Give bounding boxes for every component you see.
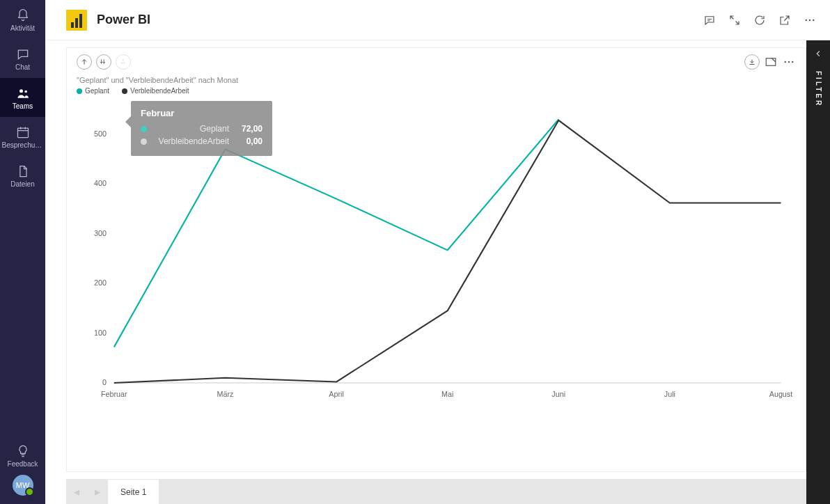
- legend-label: Geplant: [85, 87, 109, 95]
- svg-text:300: 300: [94, 230, 107, 237]
- svg-point-8: [788, 61, 790, 63]
- page-tab-bar: ◂ ▸ Seite 1: [66, 479, 806, 504]
- comment-icon[interactable]: [703, 14, 716, 26]
- svg-point-7: [785, 61, 786, 63]
- svg-text:400: 400: [94, 180, 107, 188]
- legend-label: VerbleibendeArbeit: [130, 87, 189, 95]
- more-icon[interactable]: [804, 14, 816, 26]
- chart-title: "Geplant" und "VerbleibendeArbeit" nach …: [67, 76, 806, 87]
- svg-point-1: [24, 90, 27, 93]
- tooltip-title: Februar: [141, 108, 263, 118]
- expand-icon: [116, 54, 131, 70]
- legend-dot-icon: [77, 88, 82, 94]
- svg-text:Juni: Juni: [551, 391, 565, 398]
- legend-item-verbleibend[interactable]: VerbleibendeArbeit: [122, 87, 189, 95]
- filter-panel-collapsed: FILTER: [806, 40, 830, 504]
- export-icon[interactable]: [744, 54, 760, 70]
- rail-label: Teams: [13, 102, 33, 110]
- svg-point-3: [806, 19, 807, 20]
- tooltip-dot-icon: [141, 126, 147, 132]
- chart-plot-area[interactable]: 0100200300400500FebruarMärzAprilMaiJuniJ…: [77, 97, 796, 404]
- filter-panel-label[interactable]: FILTER: [815, 71, 822, 107]
- tooltip-value: 0,00: [235, 135, 263, 148]
- svg-point-9: [792, 61, 793, 63]
- powerbi-logo-icon: [66, 10, 87, 31]
- chat-icon: [15, 47, 31, 62]
- topbar: Power BI: [45, 0, 830, 40]
- drill-up-icon[interactable]: [77, 54, 92, 70]
- avatar[interactable]: MW: [13, 475, 33, 496]
- collapse-icon[interactable]: [728, 14, 741, 26]
- svg-text:200: 200: [94, 279, 107, 287]
- svg-text:August: August: [769, 391, 793, 398]
- popout-icon[interactable]: [778, 14, 791, 26]
- drill-down-icon[interactable]: [96, 54, 111, 70]
- legend-dot-icon: [122, 88, 127, 94]
- rail-item-chat[interactable]: Chat: [0, 39, 45, 78]
- svg-point-4: [809, 19, 811, 20]
- tooltip-label: VerbleibendeArbeit: [152, 135, 229, 148]
- main-area: Power BI: [45, 0, 830, 504]
- focus-mode-icon[interactable]: [764, 55, 778, 69]
- file-icon: [15, 164, 31, 179]
- svg-point-0: [19, 89, 23, 93]
- page-tab-seite1[interactable]: Seite 1: [108, 479, 159, 504]
- svg-text:500: 500: [94, 130, 107, 138]
- calendar-icon: [15, 125, 31, 140]
- chart-tooltip: Februar Geplant 72,00 VerbleibendeArbeit…: [131, 101, 272, 156]
- visual-toolbar: [67, 48, 806, 76]
- app-title: Power BI: [97, 13, 150, 27]
- rail-item-aktivitaet[interactable]: Aktivität: [0, 0, 45, 39]
- rail-label: Aktivität: [10, 24, 35, 32]
- rail-label: Chat: [15, 63, 30, 71]
- rail-label: Dateien: [10, 180, 34, 188]
- svg-point-5: [813, 19, 814, 20]
- report-visual-card: "Geplant" und "VerbleibendeArbeit" nach …: [66, 47, 806, 472]
- svg-text:Juli: Juli: [664, 391, 675, 398]
- left-nav-rail: Aktivität Chat Teams Besprechun... Datei…: [0, 0, 45, 504]
- svg-text:0: 0: [102, 379, 107, 386]
- rail-item-teams[interactable]: Teams: [0, 78, 45, 117]
- svg-text:Februar: Februar: [101, 391, 127, 398]
- tab-next-icon: ▸: [87, 479, 108, 504]
- tooltip-dot-icon: [141, 139, 147, 145]
- rail-item-dateien[interactable]: Dateien: [0, 156, 45, 195]
- rail-label: Feedback: [8, 460, 38, 468]
- legend-item-geplant[interactable]: Geplant: [77, 87, 109, 95]
- svg-rect-6: [766, 58, 776, 66]
- svg-rect-2: [17, 128, 28, 137]
- svg-text:Mai: Mai: [441, 391, 453, 398]
- chevron-left-icon[interactable]: [813, 43, 823, 64]
- tooltip-value: 72,00: [235, 123, 263, 135]
- svg-text:März: März: [217, 391, 233, 398]
- svg-text:April: April: [329, 391, 344, 398]
- chart-legend: Geplant VerbleibendeArbeit: [67, 87, 806, 97]
- tab-prev-icon: ◂: [66, 479, 87, 504]
- svg-text:100: 100: [94, 329, 107, 337]
- visual-more-icon[interactable]: [782, 55, 796, 69]
- rail-label: Besprechun...: [2, 141, 44, 149]
- teams-icon: [15, 86, 31, 101]
- lightbulb-icon: [15, 443, 31, 459]
- topbar-actions: [703, 14, 816, 26]
- refresh-icon[interactable]: [753, 14, 766, 26]
- bell-icon: [15, 8, 31, 23]
- tooltip-label: Geplant: [152, 123, 229, 135]
- rail-item-feedback[interactable]: Feedback: [0, 436, 45, 475]
- rail-item-besprechungen[interactable]: Besprechun...: [0, 117, 45, 156]
